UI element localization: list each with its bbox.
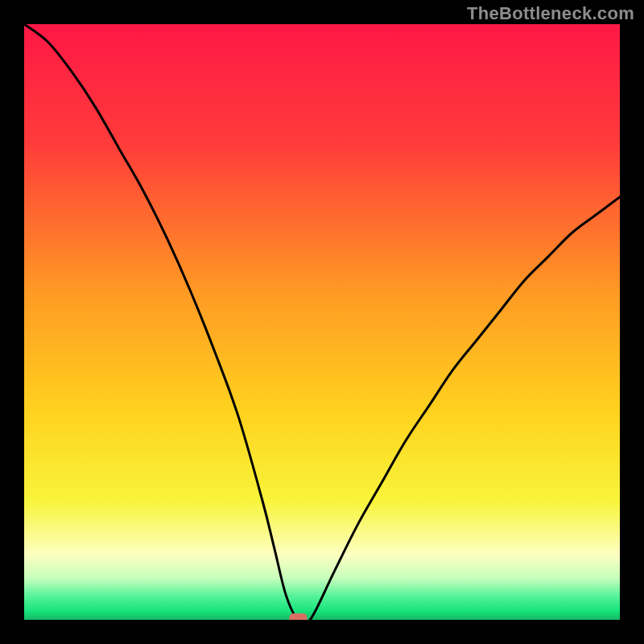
bottleneck-chart (24, 24, 620, 620)
watermark-text: TheBottleneck.com (467, 3, 634, 24)
plot-background-gradient (24, 24, 620, 620)
optimum-marker (289, 613, 307, 620)
outer-frame: TheBottleneck.com (0, 0, 644, 644)
